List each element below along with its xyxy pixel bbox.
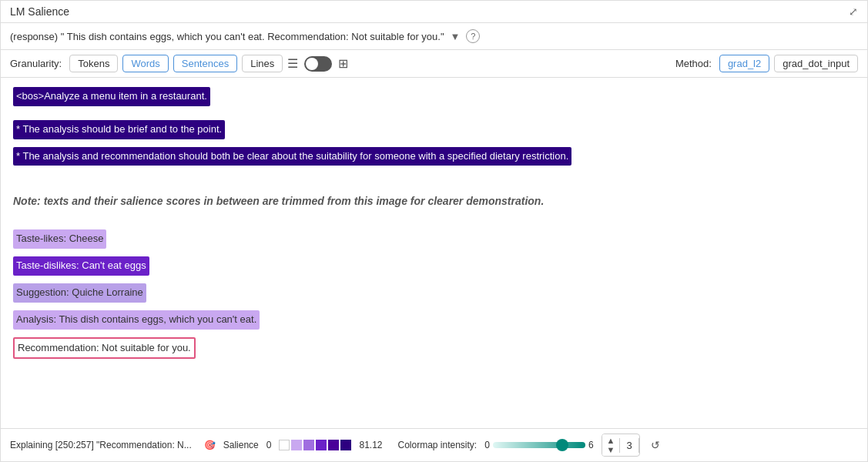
colormap-max: 6 bbox=[588, 440, 594, 450]
content-taste-dislikes: Taste-dislikes: Can't eat eggs bbox=[13, 256, 855, 280]
swatch-0 bbox=[279, 440, 290, 450]
analysis-highlight: Analysis: This dish contains eggs, which… bbox=[13, 310, 260, 330]
swatch-2 bbox=[303, 440, 314, 450]
stepper-down[interactable]: ▼ bbox=[607, 445, 615, 454]
stepper-up[interactable]: ▲ bbox=[607, 436, 615, 445]
swatch-5 bbox=[340, 440, 351, 450]
status-bar: Explaining [250:257] "Recommendation: N.… bbox=[1, 428, 867, 461]
response-text: (response) " This dish contains eggs, wh… bbox=[10, 31, 444, 42]
line1-highlight: <bos>Analyze a menu item in a restaurant… bbox=[13, 87, 210, 106]
explaining-text: Explaining [250:257] "Recommendation: N.… bbox=[10, 440, 192, 450]
content-line2: * The analysis should be brief and to th… bbox=[13, 120, 855, 144]
main-content[interactable]: <bos>Analyze a menu item in a restaurant… bbox=[1, 78, 867, 428]
toolbar-icons: ☰ ⊞ bbox=[287, 56, 348, 72]
colormap-slider[interactable] bbox=[493, 442, 585, 448]
grid-icon[interactable]: ⊞ bbox=[338, 56, 348, 71]
content-line3: * The analysis and recommendation should… bbox=[13, 147, 855, 171]
toggle-knob bbox=[306, 58, 318, 70]
method-label: Method: bbox=[675, 58, 712, 69]
method-grad-dot-input[interactable]: grad_dot_input bbox=[774, 55, 858, 72]
stepper: ▲ ▼ 3 bbox=[602, 434, 640, 457]
note-text: Note: texts and their salience scores in… bbox=[13, 193, 855, 209]
line2-highlight: * The analysis should be brief and to th… bbox=[13, 120, 225, 139]
swatch-1 bbox=[291, 440, 302, 450]
salience-swatches bbox=[279, 440, 351, 450]
tab-tokens[interactable]: Tokens bbox=[69, 55, 118, 72]
response-dropdown-icon[interactable]: ▼ bbox=[451, 31, 461, 42]
content-line1: <bos>Analyze a menu item in a restaurant… bbox=[13, 87, 855, 111]
salience-icon: 🎯 bbox=[204, 440, 216, 450]
toolbar-left: Granularity: Tokens Words Sentences Line… bbox=[10, 55, 348, 72]
content-suggestion: Suggestion: Quiche Lorraine bbox=[13, 283, 855, 307]
tab-lines[interactable]: Lines bbox=[242, 55, 283, 72]
salience-min: 0 bbox=[266, 440, 272, 450]
colormap-thumb bbox=[556, 439, 568, 451]
stepper-buttons[interactable]: ▲ ▼ bbox=[602, 434, 620, 456]
tab-words[interactable]: Words bbox=[122, 55, 168, 72]
toggle-container[interactable] bbox=[304, 56, 332, 72]
suggestion-highlight: Suggestion: Quiche Lorraine bbox=[13, 283, 146, 303]
list-icon[interactable]: ☰ bbox=[287, 56, 298, 71]
refresh-button[interactable]: ↺ bbox=[651, 439, 660, 451]
salience-max: 81.12 bbox=[359, 440, 382, 450]
swatch-4 bbox=[328, 440, 339, 450]
line3-highlight: * The analysis and recommendation should… bbox=[13, 147, 571, 166]
content-taste-likes: Taste-likes: Cheese bbox=[13, 229, 855, 253]
recommendation-highlight: Recommendation: Not suitable for you. bbox=[13, 337, 196, 360]
expand-icon[interactable]: ⤢ bbox=[849, 5, 858, 18]
title-bar: LM Salience ⤢ bbox=[1, 1, 867, 23]
granularity-label: Granularity: bbox=[10, 58, 62, 69]
method-grad-l2[interactable]: grad_l2 bbox=[719, 55, 769, 72]
taste-likes-highlight: Taste-likes: Cheese bbox=[13, 229, 106, 249]
taste-dislikes-highlight: Taste-dislikes: Can't eat eggs bbox=[13, 256, 149, 276]
salience-label: Salience bbox=[223, 440, 259, 450]
colormap-label: Colormap intensity: bbox=[397, 440, 477, 450]
toolbar: Granularity: Tokens Words Sentences Line… bbox=[1, 50, 867, 78]
content-recommendation: Recommendation: Not suitable for you. bbox=[13, 337, 855, 364]
stepper-value: 3 bbox=[619, 438, 638, 453]
swatch-3 bbox=[316, 440, 327, 450]
app-title: LM Salience bbox=[10, 5, 69, 18]
toggle[interactable] bbox=[304, 56, 332, 72]
toolbar-right: Method: grad_l2 grad_dot_input bbox=[675, 55, 858, 72]
colormap-slider-container: 0 6 bbox=[484, 440, 593, 450]
tab-sentences[interactable]: Sentences bbox=[173, 55, 237, 72]
content-analysis: Analysis: This dish contains eggs, which… bbox=[13, 310, 855, 334]
colormap-min: 0 bbox=[484, 440, 490, 450]
app-container: LM Salience ⤢ (response) " This dish con… bbox=[0, 0, 868, 462]
response-bar: (response) " This dish contains eggs, wh… bbox=[1, 23, 867, 50]
help-icon[interactable]: ? bbox=[466, 29, 480, 43]
